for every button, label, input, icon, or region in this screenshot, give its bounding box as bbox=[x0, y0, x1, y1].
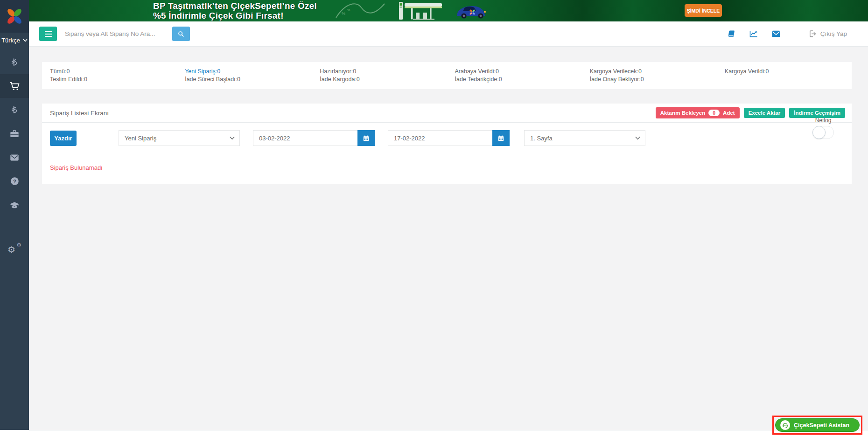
pending-transfer-suffix: Adet bbox=[723, 110, 735, 116]
status-col-1: Tümü:0 Teslim Edildi:0 bbox=[42, 68, 177, 83]
menu-icon bbox=[45, 31, 52, 37]
chevron-down-icon bbox=[230, 136, 235, 140]
order-status-select-value: Yeni Sipariş bbox=[125, 135, 230, 142]
netlog-toggle[interactable] bbox=[812, 126, 834, 139]
status-col-5: Kargoya Verilecek:0 İade Onay Bekliyor:0 bbox=[582, 68, 717, 83]
sidebar-item-payments[interactable] bbox=[0, 50, 29, 74]
logout-icon bbox=[809, 30, 817, 38]
topbar-actions: Çıkış Yap bbox=[727, 29, 847, 38]
status-col-2: Yeni Sipariş:0 İade Süreci Başladı:0 bbox=[177, 68, 312, 83]
line-chart-icon bbox=[749, 29, 758, 38]
start-date-input[interactable] bbox=[253, 130, 357, 146]
page-title: Sipariş Listesi Ekranı bbox=[50, 110, 109, 117]
toggle-knob bbox=[812, 126, 826, 139]
chevron-down-icon bbox=[635, 136, 640, 140]
sidebar-item-orders[interactable] bbox=[0, 74, 29, 98]
empty-orders-message: Sipariş Bulunamadı bbox=[42, 154, 852, 184]
pending-transfer-label: Aktarım Bekleyen bbox=[660, 110, 706, 116]
status-return-started[interactable]: İade Süreci Başladı:0 bbox=[185, 76, 312, 83]
menu-toggle-button[interactable] bbox=[39, 27, 57, 41]
briefcase-icon bbox=[9, 129, 20, 139]
end-date-group bbox=[388, 130, 510, 146]
sidebar-item-messages[interactable] bbox=[0, 146, 29, 169]
gears-icon: ⚙⚙ bbox=[8, 245, 21, 256]
sidebar-nav: ? ⚙⚙ bbox=[0, 50, 29, 262]
pending-transfer-button[interactable]: Aktarım Bekleyen 0 Adet bbox=[656, 107, 740, 118]
page-select-value: 1. Sayfa bbox=[530, 135, 635, 142]
catalog-button[interactable] bbox=[727, 29, 736, 38]
flower-logo-icon bbox=[5, 7, 24, 26]
pending-transfer-count-badge: 0 bbox=[708, 110, 720, 116]
sidebar-item-education[interactable] bbox=[0, 193, 29, 217]
sidebar: Türkçe bbox=[0, 0, 29, 430]
status-shipped[interactable]: Kargoya Verildi:0 bbox=[725, 68, 852, 76]
calendar-icon bbox=[497, 135, 504, 142]
print-button[interactable]: Yazdır bbox=[50, 131, 77, 146]
headset-icon bbox=[780, 420, 790, 430]
search-icon bbox=[177, 30, 185, 38]
sidebar-item-help[interactable]: ? bbox=[0, 169, 29, 193]
status-delivered[interactable]: Teslim Edildi:0 bbox=[50, 76, 177, 83]
panel-header: Sipariş Listesi Ekranı Aktarım Bekleyen … bbox=[42, 104, 852, 123]
status-preparing[interactable]: Hazırlanıyor:0 bbox=[320, 68, 447, 76]
app-logo[interactable] bbox=[0, 0, 29, 33]
language-selector[interactable]: Türkçe bbox=[0, 33, 29, 48]
search-input[interactable] bbox=[65, 27, 167, 42]
search-button[interactable] bbox=[172, 27, 190, 41]
question-circle-icon: ? bbox=[10, 176, 20, 186]
pump-doodle-icon: % % bbox=[332, 1, 388, 21]
sidebar-item-business[interactable] bbox=[0, 122, 29, 146]
banner-line-2: %5 İndirimle Çiçek Gibi Fırsat! bbox=[153, 11, 317, 21]
sidebar-item-finance[interactable] bbox=[0, 98, 29, 122]
svg-text:?: ? bbox=[13, 179, 16, 184]
language-label: Türkçe bbox=[1, 37, 20, 44]
gas-station-icon bbox=[399, 1, 443, 21]
status-return-at-supplier[interactable]: İade Tedarikçide:0 bbox=[455, 76, 581, 83]
order-status-summary: Tümü:0 Teslim Edildi:0 Yeni Sipariş:0 İa… bbox=[42, 62, 852, 89]
status-return-awaiting-approval[interactable]: İade Onay Bekliyor:0 bbox=[590, 76, 717, 83]
filter-row: Yazdır Yeni Sipariş bbox=[42, 123, 852, 154]
page-footer bbox=[0, 430, 868, 437]
svg-text:%: % bbox=[342, 11, 345, 16]
banner-cta-button[interactable]: ŞİMDİ İNCELE bbox=[685, 4, 722, 17]
status-col-3: Hazırlanıyor:0 İade Kargoda:0 bbox=[312, 68, 447, 83]
topbar: Çıkış Yap bbox=[29, 21, 868, 47]
status-new-order[interactable]: Yeni Sipariş:0 bbox=[185, 68, 312, 76]
start-date-calendar-button[interactable] bbox=[357, 130, 375, 146]
status-to-be-shipped[interactable]: Kargoya Verilecek:0 bbox=[590, 68, 717, 76]
chevron-down-icon bbox=[23, 39, 28, 42]
status-return-in-cargo[interactable]: İade Kargoda:0 bbox=[320, 76, 447, 83]
messages-button[interactable] bbox=[771, 30, 781, 38]
svg-text:%: % bbox=[347, 8, 350, 12]
shopping-cart-icon bbox=[9, 81, 20, 91]
banner-headline: BP Taşıtmatik’ten ÇiçekSepeti’ne Özel %5… bbox=[153, 1, 317, 21]
logout-button[interactable]: Çıkış Yap bbox=[809, 30, 847, 38]
page-select[interactable]: 1. Sayfa bbox=[524, 130, 645, 146]
assistant-annotation-box: ÇiçekSepeti Asistan bbox=[772, 416, 862, 435]
sidebar-item-settings[interactable]: ⚙⚙ bbox=[0, 238, 29, 262]
download-history-button[interactable]: İndirme Geçmişim bbox=[789, 108, 845, 118]
status-given-to-car[interactable]: Arabaya Verildi:0 bbox=[455, 68, 581, 76]
netlog-label: Netlog bbox=[815, 117, 832, 124]
reports-button[interactable] bbox=[749, 29, 758, 38]
turkish-lira-icon bbox=[9, 57, 20, 68]
netlog-control: Netlog bbox=[812, 117, 834, 139]
envelope-icon bbox=[9, 153, 20, 163]
start-date-group bbox=[253, 130, 375, 146]
status-col-6: Kargoya Verildi:0 bbox=[717, 68, 852, 83]
status-col-4: Arabaya Verildi:0 İade Tedarikçide:0 bbox=[447, 68, 581, 83]
promo-banner[interactable]: % % BP Taşıtmatik’ten ÇiçekSepeti’ne Öze… bbox=[29, 0, 868, 21]
assistant-button[interactable]: ÇiçekSepeti Asistan bbox=[775, 418, 860, 432]
export-excel-button[interactable]: Excele Aktar bbox=[744, 108, 785, 118]
envelope-icon bbox=[771, 30, 781, 38]
end-date-input[interactable] bbox=[388, 130, 492, 146]
status-all[interactable]: Tümü:0 bbox=[50, 68, 177, 76]
car-icon bbox=[455, 3, 490, 19]
logout-label: Çıkış Yap bbox=[820, 30, 847, 37]
end-date-calendar-button[interactable] bbox=[492, 130, 510, 146]
graduation-cap-icon bbox=[9, 200, 20, 210]
order-status-select[interactable]: Yeni Sipariş bbox=[119, 130, 240, 146]
turkish-lira-icon bbox=[9, 105, 20, 115]
assistant-label: ÇiçekSepeti Asistan bbox=[794, 422, 849, 429]
banner-line-1: BP Taşıtmatik’ten ÇiçekSepeti’ne Özel bbox=[153, 1, 317, 11]
